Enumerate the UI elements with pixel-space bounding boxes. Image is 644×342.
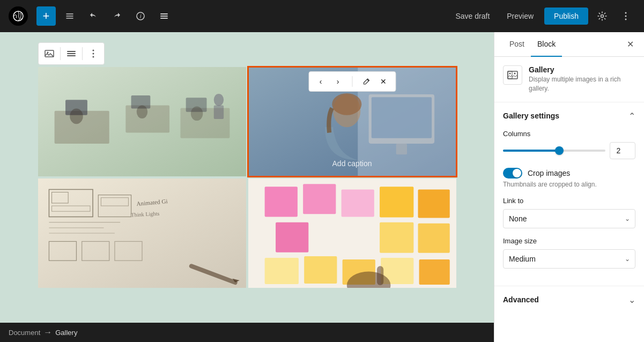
advanced-section: Advanced ⌄ [494,286,644,314]
link-to-select-wrapper: None Media File Attachment Page ⌄ [503,209,635,228]
main-area: ‹ › ✕ [0,32,644,342]
right-sidebar: Post Block ✕ Gallery Display multiple im… [494,32,644,342]
breadcrumb-document[interactable]: Document [9,329,40,337]
svg-point-16 [92,53,94,54]
align-button[interactable] [63,45,80,62]
svg-rect-4 [160,16,168,17]
link-to-field: Link to None Media File Attachment Page … [503,197,635,228]
svg-point-76 [514,73,516,75]
image-nav-toolbar: ‹ › ✕ [308,71,396,92]
top-toolbar: + i [0,0,644,32]
svg-rect-63 [418,189,449,218]
svg-rect-13 [67,53,76,54]
svg-rect-14 [67,55,76,56]
columns-field: Columns [503,130,635,159]
svg-point-28 [190,106,202,121]
gallery-block[interactable]: ‹ › ✕ [38,67,456,288]
collapse-settings-button[interactable]: ⌃ [628,111,635,121]
crop-images-hint: Thumbnails are cropped to align. [503,181,635,188]
block-toolbar [38,42,105,65]
svg-rect-12 [67,51,76,52]
crop-images-toggle[interactable] [503,168,522,179]
edit-image-button[interactable] [359,74,374,89]
image-size-label: Image size [503,237,635,245]
expand-advanced-button[interactable]: ⌄ [628,295,635,305]
undo-button[interactable] [84,6,103,26]
toggle-knob [513,169,521,177]
tab-post[interactable]: Post [503,32,531,57]
svg-point-7 [625,12,627,14]
settings-section-title: Gallery settings [503,111,559,120]
advanced-title: Advanced [503,295,539,304]
columns-slider-row [503,142,635,159]
gallery-item-2[interactable]: ‹ › ✕ [248,67,456,176]
prev-image-button[interactable]: ‹ [313,74,328,89]
tab-block[interactable]: Block [531,32,562,57]
svg-rect-3 [160,13,168,14]
toolbar-right: Save draft Preview Publish [449,6,635,26]
svg-rect-21 [125,105,169,132]
svg-rect-58 [264,187,297,217]
block-description: Display multiple images in a rich galler… [529,75,635,93]
gallery-item-3[interactable]: Animated Gi Think Lights [38,179,246,288]
gallery-settings-section: Gallery settings ⌃ Columns [494,102,644,286]
columns-slider-track[interactable] [503,150,605,152]
info-button[interactable]: i [131,6,150,26]
toolbar-divider-2 [82,47,83,60]
svg-point-26 [70,108,83,124]
breadcrumb-current[interactable]: Gallery [55,329,77,337]
svg-rect-5 [160,18,168,19]
svg-rect-70 [419,259,449,285]
preview-button[interactable]: Preview [500,9,540,24]
crop-images-label: Crop images [528,169,570,177]
breadcrumb-arrow: → [43,328,52,337]
link-to-label: Link to [503,197,635,205]
svg-rect-36 [396,144,406,154]
svg-rect-65 [418,224,449,253]
publish-button[interactable]: Publish [544,8,588,25]
toggle-row: Crop images [503,168,635,179]
gallery-grid: ‹ › ✕ [38,67,456,288]
svg-rect-62 [380,187,413,217]
add-caption[interactable]: Add caption [332,159,372,168]
toolbar-divider [60,47,61,60]
columns-input[interactable] [610,142,635,159]
block-title: Gallery [529,65,635,74]
svg-point-8 [625,16,627,17]
slider-thumb[interactable] [555,146,564,155]
add-block-button[interactable]: + [36,6,56,26]
svg-rect-73 [508,71,517,79]
more-options-button[interactable] [616,6,635,26]
svg-text:i: i [140,13,142,19]
image-size-select[interactable]: Thumbnail Medium Large Full Size [503,249,635,269]
svg-point-27 [136,105,147,118]
svg-rect-66 [264,258,298,284]
sidebar-close-button[interactable]: ✕ [623,37,638,52]
next-image-button[interactable]: › [330,74,345,89]
more-block-options-button[interactable] [85,45,102,62]
gallery-item-4[interactable] [248,179,456,288]
canvas-content: ‹ › ✕ [0,32,494,323]
tools-button[interactable] [60,6,79,26]
remove-image-button[interactable]: ✕ [376,74,391,89]
image-view-button[interactable] [41,45,58,62]
svg-point-9 [625,19,627,20]
gallery-item-1[interactable] [38,67,246,176]
save-draft-button[interactable]: Save draft [449,9,496,24]
sidebar-tabs: Post Block ✕ [494,32,644,57]
image-size-field: Image size Thumbnail Medium Large Full S… [503,237,635,269]
list-view-button[interactable] [154,6,174,26]
settings-button[interactable] [593,6,612,26]
editor-canvas: ‹ › ✕ [0,32,494,342]
advanced-header[interactable]: Advanced ⌄ [503,295,635,305]
svg-rect-74 [508,71,512,79]
svg-point-0 [13,11,23,21]
svg-point-17 [92,56,94,57]
link-to-select[interactable]: None Media File Attachment Page [503,209,635,228]
svg-rect-30 [213,105,223,119]
columns-label: Columns [503,130,635,138]
redo-button[interactable] [107,6,127,26]
toolbar-left: + i [9,6,174,26]
crop-images-field: Crop images Thumbnails are cropped to al… [503,168,635,188]
svg-rect-61 [276,222,308,252]
